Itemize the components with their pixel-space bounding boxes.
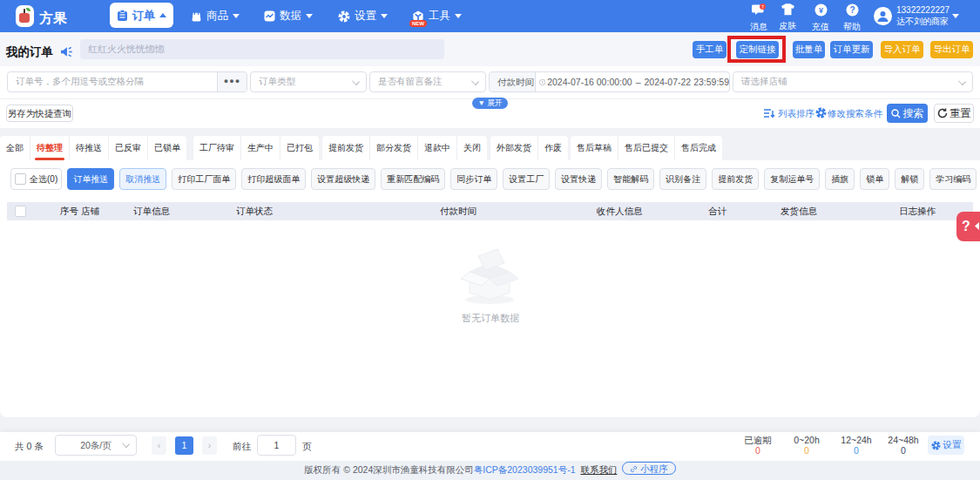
- svg-text:¥: ¥: [818, 6, 822, 15]
- svg-text:?: ?: [849, 5, 855, 15]
- svg-text:7: 7: [760, 4, 763, 10]
